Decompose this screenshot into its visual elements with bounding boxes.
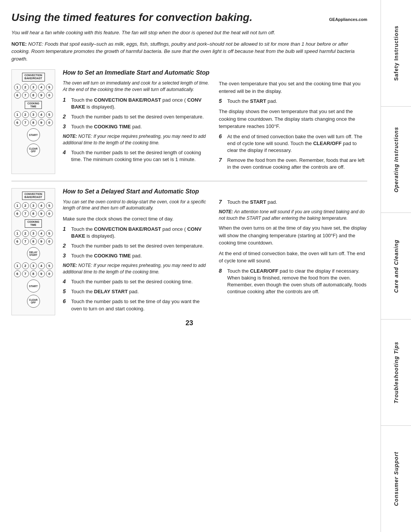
num-btn[interactable]: 7 [22,92,29,99]
sidebar-operating: Operating Instructions [381,107,411,213]
num-btn[interactable]: 4 [38,230,45,237]
num-btn[interactable]: 3 [30,230,37,237]
step-num: 7 [219,199,225,205]
num-btn[interactable]: 1 [14,84,21,91]
num-btn[interactable]: 6 [14,270,21,277]
step-num: 6 [63,298,69,304]
num-btn[interactable]: 1 [14,230,21,237]
num-btn[interactable]: 5 [46,84,53,91]
num-btn[interactable]: 3 [30,84,37,91]
num-btn[interactable]: 8 [30,92,37,99]
sidebar-safety: Safety Instructions [381,0,411,107]
num-btn[interactable]: 0 [46,238,53,245]
num-btn[interactable]: 2 [22,111,29,118]
num-btn[interactable]: 0 [46,92,53,99]
step-row: 7 Remove the food from the oven. Remembe… [219,157,367,171]
section2-right-text1: When the oven turns on at the time of da… [219,224,367,247]
num-btn[interactable]: 9 [38,119,45,126]
step-text: Touch the number pads to set the desired… [71,278,193,285]
step-text: Touch the number pads to set the desired… [71,243,204,249]
panel1-cooking-label: COOKINGTIME [25,101,42,109]
step-num: 5 [63,288,69,294]
panel2-delay-start-button[interactable]: DELAYSTART [27,247,40,260]
step-num: 3 [63,123,69,129]
num-btn[interactable]: 4 [38,262,45,269]
step-row: 7 Touch the START pad. [219,199,367,206]
panel2-clear-button[interactable]: CLEAROFF [27,295,40,308]
num-btn[interactable]: 8 [30,270,37,277]
step-row: 2 Touch the number pads to set the desir… [63,243,211,249]
step-num: 1 [63,97,69,103]
num-btn[interactable]: 0 [46,270,53,277]
section1-right-text1: The oven temperature that you set and th… [219,80,367,95]
num-btn[interactable]: 2 [22,84,29,91]
num-btn[interactable]: 6 [14,92,21,99]
num-btn[interactable]: 1 [14,202,21,209]
num-btn[interactable]: 2 [22,230,29,237]
step-text: Remove the food from the oven. Remember,… [227,157,367,171]
panel2-numgrid1: 1 2 3 4 5 6 7 8 9 0 [14,202,53,217]
num-btn[interactable]: 8 [30,238,37,245]
step-text: Touch the number pads to set the desired… [71,113,204,120]
panel1-numgrid1: 1 2 3 4 5 6 7 8 9 0 [14,84,53,99]
panel2-start-button[interactable]: START [27,280,40,292]
panel1-clear-button[interactable]: CLEAROFF [27,144,40,157]
num-btn[interactable]: 6 [14,210,21,217]
num-btn[interactable]: 4 [38,202,45,209]
step-note-mid2: NOTE: NOTE: If your recipe requires preh… [63,262,211,275]
num-btn[interactable]: 9 [38,210,45,217]
num-btn[interactable]: 0 [46,210,53,217]
section1-heading: How to Set an Immediate Start and Automa… [63,69,367,76]
step-text: Touch the CONVECTION BAKE/ROAST pad once… [71,226,211,240]
num-btn[interactable]: 5 [46,202,53,209]
panel2-label: CONVECTIONBAKE/ROAST [22,192,45,200]
num-btn[interactable]: 7 [22,270,29,277]
num-btn[interactable]: 3 [30,202,37,209]
num-btn[interactable]: 7 [22,210,29,217]
section1-col-right: The oven temperature that you set and th… [219,80,367,174]
num-btn[interactable]: 2 [22,202,29,209]
panel2-numgrid2: 1 2 3 4 5 6 7 8 9 0 [14,230,53,245]
page-number: 23 [11,319,367,327]
section1: CONVECTIONBAKE/ROAST 1 2 3 4 5 6 7 8 9 0… [11,69,367,174]
num-btn[interactable]: 6 [14,238,21,245]
num-btn[interactable]: 9 [38,270,45,277]
num-btn[interactable]: 1 [14,262,21,269]
num-btn[interactable]: 6 [14,119,21,126]
num-btn[interactable]: 5 [46,111,53,118]
num-btn[interactable]: 8 [30,119,37,126]
sidebar-care: Care and Cleaning [381,213,411,320]
step-row: 8 Touch the CLEAR/OFF pad to clear the d… [219,268,367,296]
step-num: 4 [63,149,69,155]
step-row: 3 Touch the COOKING TIME pad. [63,123,211,130]
num-btn[interactable]: 5 [46,230,53,237]
num-btn[interactable]: 0 [46,119,53,126]
section2-note-right: NOTE: An attention tone will sound if yo… [219,209,367,222]
section2-col-left: You can set the oven control to delay-st… [63,199,211,315]
section1-col-left: The oven will turn on immediately and co… [63,80,211,174]
num-btn[interactable]: 1 [14,111,21,118]
num-btn[interactable]: 9 [38,238,45,245]
num-btn[interactable]: 2 [22,262,29,269]
num-btn[interactable]: 9 [38,92,45,99]
section2-instructions: How to Set a Delayed Start and Automatic… [63,188,367,315]
right-sidebar: Safety Instructions Operating Instructio… [381,0,411,532]
num-btn[interactable]: 5 [46,262,53,269]
step-text: Touch the number pads to set the desired… [71,149,211,163]
panel1-start-button[interactable]: START [27,128,40,141]
num-btn[interactable]: 3 [30,111,37,118]
panel1-numgrid2: 1 2 3 4 5 6 7 8 9 0 [14,111,53,126]
num-btn[interactable]: 3 [30,262,37,269]
step-text: At the end of timed convection bake the … [227,133,367,154]
num-btn[interactable]: 4 [38,84,45,91]
num-btn[interactable]: 7 [22,238,29,245]
step-num: 2 [63,243,69,249]
step-num: 1 [63,226,69,232]
num-btn[interactable]: 8 [30,210,37,217]
section2-right-text2: At the end of timed convection bake, the… [219,250,367,265]
page-title: Using the timed features for convection … [11,11,252,24]
num-btn[interactable]: 7 [22,119,29,126]
step-text: Touch the CONVECTION BAKE/ROAST pad once… [71,97,211,110]
step-text: Touch the CLEAR/OFF pad to clear the dis… [227,268,367,296]
num-btn[interactable]: 4 [38,111,45,118]
